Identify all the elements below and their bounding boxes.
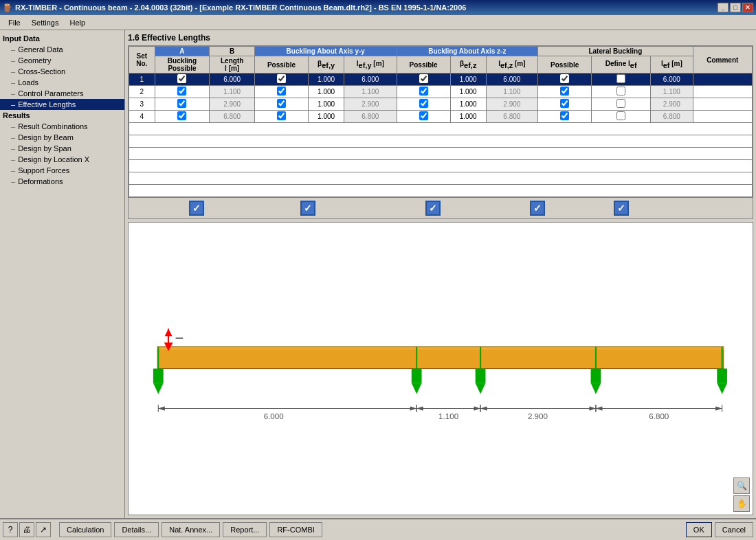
details-button[interactable]: Details... [114, 522, 159, 537]
maximize-button[interactable]: □ [730, 3, 741, 12]
sidebar-item-result-combinations[interactable]: Result Combinations [0, 121, 124, 132]
cell-define-ief-4[interactable] [592, 111, 651, 123]
menu-settings[interactable]: Settings [26, 17, 65, 28]
cell-define-ief-3[interactable] [592, 98, 651, 111]
cell-possible-y-4[interactable] [254, 111, 308, 123]
cancel-button[interactable]: Cancel [715, 522, 753, 537]
cell-possible-y-2[interactable] [254, 86, 308, 98]
cb-possible-y-3[interactable] [277, 99, 286, 108]
cell-buck-2[interactable] [155, 86, 210, 98]
cell-lef-3: 2.900 [651, 98, 693, 111]
svg-text:1.100: 1.100 [438, 412, 458, 420]
th-lef-z: lef,z [m] [486, 56, 537, 74]
beam-svg: 6.000 1.100 2.900 [129, 223, 753, 515]
cell-possible-y-3[interactable] [254, 98, 308, 111]
cell-set-3: 3 [129, 98, 155, 111]
menu-file[interactable]: File [3, 17, 26, 28]
cb-possible-lat-1[interactable] [560, 74, 569, 83]
table-row-empty [129, 172, 753, 185]
cell-possible-lat-4[interactable] [538, 111, 592, 123]
table-row-empty [129, 148, 753, 160]
cell-buck-3[interactable] [155, 98, 210, 111]
sidebar-item-deformations[interactable]: Deformations [0, 176, 124, 187]
cell-possible-z-3[interactable] [397, 98, 450, 111]
cell-buck-1[interactable] [155, 74, 210, 86]
help-button[interactable]: ? [3, 522, 18, 537]
cell-lef-y-3: 2.900 [344, 98, 397, 111]
sidebar-item-control-parameters[interactable]: Control Parameters [0, 88, 124, 99]
cell-possible-z-4[interactable] [397, 111, 450, 123]
sidebar-item-design-by-beam[interactable]: Design by Beam [0, 132, 124, 143]
svg-rect-12 [476, 369, 486, 383]
cb-define-ief-1[interactable] [616, 74, 625, 83]
table-row: 1 6.000 1.000 6.000 1.000 6.000 6.000 [129, 74, 753, 86]
menu-help[interactable]: Help [64, 17, 91, 28]
toolbar-cb-buckling[interactable] [189, 201, 204, 216]
cell-comment-2 [693, 86, 752, 98]
cb-possible-z-2[interactable] [419, 87, 428, 95]
cb-define-ief-3[interactable] [616, 99, 625, 108]
cell-possible-lat-3[interactable] [538, 98, 592, 111]
app-icon: 🪵 [3, 3, 12, 12]
th-buckling-zz: Buckling About Axis z-z [397, 47, 538, 56]
cb-possible-lat-3[interactable] [560, 99, 569, 108]
zoom-button[interactable]: 🔍 [733, 477, 750, 494]
nat-annex-button[interactable]: Nat. Annex... [162, 522, 220, 537]
cb-buckling-3[interactable] [177, 99, 186, 108]
cb-buckling-1[interactable] [177, 74, 186, 83]
sidebar-item-general-data[interactable]: General Data [0, 44, 124, 55]
cb-possible-y-4[interactable] [277, 111, 286, 120]
cb-possible-z-4[interactable] [419, 111, 428, 120]
cell-buck-4[interactable] [155, 111, 210, 123]
ok-button[interactable]: OK [686, 522, 712, 537]
cell-possible-z-2[interactable] [397, 86, 450, 98]
cell-length-1: 6.000 [210, 74, 254, 86]
bottom-toolbar [128, 198, 753, 219]
cell-possible-lat-1[interactable] [538, 74, 592, 86]
toolbar-cb-define-ief[interactable] [614, 201, 629, 216]
th-buckling-possible: BucklingPossible [155, 56, 210, 74]
cb-possible-lat-4[interactable] [560, 111, 569, 120]
toolbar-cb-possible-y[interactable] [300, 201, 315, 216]
cb-buckling-2[interactable] [177, 87, 186, 95]
print-button[interactable]: 🖨 [19, 522, 34, 537]
cell-possible-z-1[interactable] [397, 74, 450, 86]
cb-possible-lat-2[interactable] [560, 87, 569, 95]
sidebar-item-effective-lengths[interactable]: Effective Lengths [0, 99, 124, 110]
cell-comment-1 [693, 74, 752, 86]
bottom-bar: ? 🖨 ↗ Calculation Details... Nat. Annex.… [0, 518, 756, 540]
cb-possible-y-1[interactable] [277, 74, 286, 83]
sidebar-item-design-by-location[interactable]: Design by Location X [0, 154, 124, 165]
calculation-button[interactable]: Calculation [59, 522, 111, 537]
th-beta-z: βef,z [450, 56, 486, 74]
beam-visualization: 6.000 1.100 2.900 [128, 222, 753, 515]
cb-define-ief-4[interactable] [616, 111, 625, 120]
sidebar-item-cross-section[interactable]: Cross-Section [0, 66, 124, 77]
sidebar: Input Data General Data Geometry Cross-S… [0, 30, 125, 518]
close-button[interactable]: ✕ [742, 3, 753, 12]
cb-buckling-4[interactable] [177, 111, 186, 120]
toolbar-cb-possible-z[interactable] [425, 201, 441, 216]
pan-button[interactable]: ✋ [733, 495, 750, 512]
cell-possible-y-1[interactable] [254, 74, 308, 86]
sidebar-item-design-by-span[interactable]: Design by Span [0, 143, 124, 154]
cell-possible-lat-2[interactable] [538, 86, 592, 98]
cell-define-ief-1[interactable] [592, 74, 651, 86]
cell-lef-1: 6.000 [651, 74, 693, 86]
cell-beta-z-2: 1.000 [450, 86, 486, 98]
cb-possible-y-2[interactable] [277, 87, 286, 95]
minimize-button[interactable]: _ [718, 3, 729, 12]
cb-possible-z-3[interactable] [419, 99, 428, 108]
sidebar-item-geometry[interactable]: Geometry [0, 55, 124, 66]
report-button[interactable]: Report... [223, 522, 267, 537]
svg-text:6.000: 6.000 [264, 412, 284, 420]
toolbar-cb-possible-lat[interactable] [530, 201, 545, 216]
rf-combi-button[interactable]: RF-COMBI [269, 522, 322, 537]
cell-beta-y-1: 1.000 [309, 74, 344, 86]
sidebar-item-support-forces[interactable]: Support Forces [0, 165, 124, 176]
export-button[interactable]: ↗ [36, 522, 51, 537]
cell-define-ief-2[interactable] [592, 86, 651, 98]
sidebar-item-loads[interactable]: Loads [0, 77, 124, 88]
cb-define-ief-2[interactable] [616, 87, 625, 95]
cb-possible-z-1[interactable] [419, 74, 428, 83]
